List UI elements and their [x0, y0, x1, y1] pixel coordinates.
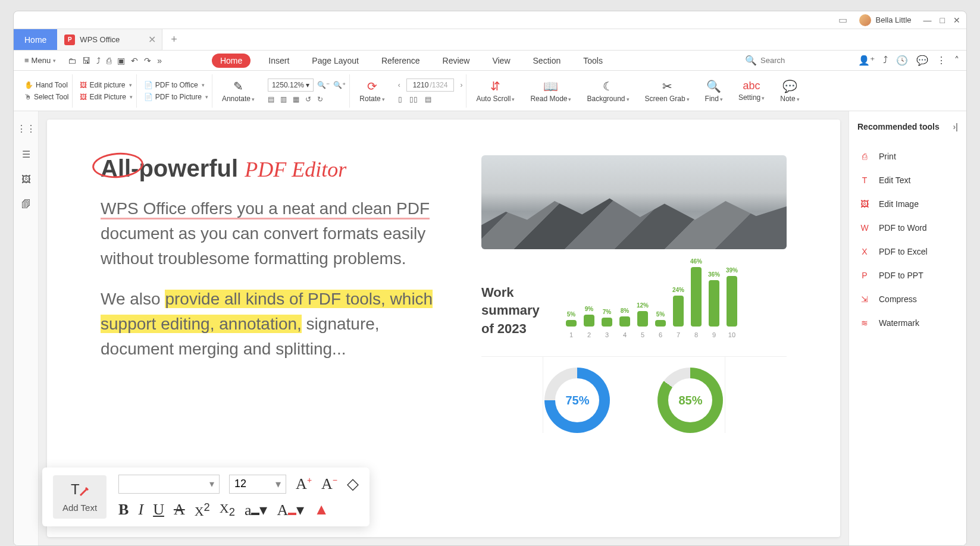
- rp-item-watermark[interactable]: ≋Watermark: [857, 311, 958, 335]
- tab-add-button[interactable]: +: [162, 33, 186, 46]
- page-input[interactable]: 1210/1324: [406, 79, 455, 92]
- read-mode-button[interactable]: 📖Read Mode: [524, 79, 577, 103]
- add-user-icon[interactable]: 👤⁺: [858, 55, 875, 66]
- actual-size-icon[interactable]: ▦: [293, 95, 299, 103]
- select-tool-button[interactable]: 🖱Select Tool: [24, 93, 68, 101]
- export-icon[interactable]: ⤴: [96, 56, 101, 65]
- ribbon-tab-section[interactable]: Section: [528, 54, 566, 68]
- donut-75: 75%: [544, 368, 610, 433]
- outline-icon[interactable]: ☰: [22, 149, 30, 160]
- auto-scroll-button[interactable]: ⇵Auto Scroll: [470, 79, 521, 103]
- two-page-icon[interactable]: ▯▯: [409, 95, 418, 103]
- floating-text-toolbar[interactable]: T Add Text ▾ 12▾ A+ A− ◇ B I U A X2 X2 a…: [42, 467, 370, 526]
- next-page-icon[interactable]: ›: [460, 81, 462, 89]
- more-icon[interactable]: ⋮: [937, 55, 946, 66]
- maximize-icon[interactable]: □: [940, 15, 945, 25]
- fit-page-icon[interactable]: ▤: [268, 95, 274, 103]
- fit-width-icon[interactable]: ▥: [280, 95, 287, 103]
- pdf-to-office-button[interactable]: 📄PDF to Office: [144, 81, 205, 89]
- screen-grab-button[interactable]: ✂Screen Grab: [639, 79, 696, 103]
- search-input[interactable]: [760, 56, 844, 65]
- font-size-select[interactable]: 12▾: [229, 475, 286, 494]
- rp-item-edit-text[interactable]: TEdit Text: [857, 168, 958, 192]
- highlight-color-icon[interactable]: a▾: [245, 501, 268, 519]
- rp-item-edit-image[interactable]: 🖼Edit Image: [857, 192, 958, 216]
- rail-handle-icon[interactable]: ⋮⋮: [17, 123, 36, 134]
- rp-item-pdf-to-word[interactable]: WPDF to Word: [857, 216, 958, 240]
- ribbon-tabs: Home Insert Page Layout Reference Review…: [212, 54, 608, 68]
- zoom-in-icon[interactable]: 🔍⁺: [333, 81, 346, 89]
- pdf-icon: P: [64, 34, 75, 45]
- open-icon[interactable]: 🗀: [68, 56, 76, 65]
- share-icon[interactable]: ⤴: [883, 55, 888, 66]
- eraser-icon[interactable]: ◇: [347, 475, 359, 493]
- setting-button[interactable]: abcSetting: [732, 80, 771, 102]
- annotate-button[interactable]: ✎ Annotate: [216, 79, 261, 103]
- rp-item-pdf-to-excel[interactable]: XPDF to Excel: [857, 240, 958, 263]
- redo-icon[interactable]: ↷: [144, 56, 151, 65]
- edit-picture-button[interactable]: 🖼Edit picture: [80, 81, 131, 89]
- save-icon[interactable]: 🖫: [82, 56, 90, 65]
- work-summary-row: Work summary of 2023 5%19%27%38%412%55%6…: [481, 261, 787, 338]
- decrease-font-icon[interactable]: A−: [321, 475, 337, 493]
- hand-tool-button[interactable]: ✋Hand Tool: [24, 81, 68, 89]
- superscript-icon[interactable]: X2: [195, 501, 210, 519]
- preview-icon[interactable]: ▣: [117, 56, 125, 65]
- undo-icon[interactable]: ↶: [131, 56, 138, 65]
- rp-item-compress[interactable]: ⇲Compress: [857, 287, 958, 311]
- menu-button[interactable]: ≡ Menu ▾: [21, 54, 60, 67]
- find-button[interactable]: 🔍Find: [699, 79, 729, 103]
- font-family-select[interactable]: ▾: [118, 475, 220, 494]
- thumbnails-icon[interactable]: 🖼: [21, 174, 31, 185]
- ribbon-tab-review[interactable]: Review: [438, 54, 475, 68]
- ribbon-tab-page-layout[interactable]: Page Layout: [307, 54, 364, 68]
- tablet-mode-icon[interactable]: ▭: [838, 14, 847, 26]
- panel-collapse-icon[interactable]: ›|: [953, 122, 958, 131]
- background-button[interactable]: ☾Background: [581, 79, 635, 103]
- collapse-ribbon-icon[interactable]: ˄: [954, 55, 959, 66]
- background-icon: ☾: [603, 79, 613, 93]
- tab-home[interactable]: Home: [14, 29, 57, 50]
- rotate-left-icon[interactable]: ↺: [305, 95, 311, 103]
- search-icon: 🔍: [745, 55, 757, 66]
- fill-color-icon[interactable]: ▲: [314, 501, 329, 519]
- bold-icon[interactable]: B: [118, 501, 129, 519]
- chat-icon[interactable]: 💬: [916, 55, 928, 66]
- prev-page-icon[interactable]: ‹: [398, 81, 400, 89]
- tab-close-icon[interactable]: ✕: [148, 34, 156, 45]
- zoom-value[interactable]: 1250.12% ▾: [268, 79, 314, 92]
- attachments-icon[interactable]: 🗐: [21, 199, 31, 210]
- continuous-icon[interactable]: ▤: [425, 95, 431, 103]
- close-icon[interactable]: ✕: [953, 15, 960, 25]
- subscript-icon[interactable]: X2: [220, 501, 235, 519]
- add-text-button[interactable]: T Add Text: [53, 475, 107, 519]
- edit-picture-2-button[interactable]: 🖼Edit Picture: [80, 93, 132, 101]
- rp-item-pdf-to-ppt[interactable]: PPDF to PPT: [857, 263, 958, 287]
- rotate-right-icon[interactable]: ↻: [317, 95, 323, 103]
- single-page-icon[interactable]: ▯: [398, 95, 402, 103]
- ribbon-tab-view[interactable]: View: [487, 54, 515, 68]
- history-icon[interactable]: 🕓: [896, 55, 908, 66]
- ribbon-tab-tools[interactable]: Tools: [578, 54, 608, 68]
- page-left-column: All-powerful PDF Editor WPS Office offer…: [101, 155, 452, 501]
- tab-document[interactable]: P WPS Office ✕: [57, 29, 162, 50]
- note-button[interactable]: 💬Note: [774, 79, 805, 103]
- minimize-icon[interactable]: —: [923, 15, 932, 25]
- ribbon-tab-reference[interactable]: Reference: [377, 54, 425, 68]
- strikethrough-icon[interactable]: A: [174, 501, 185, 519]
- user-area[interactable]: Bella Little: [859, 14, 912, 26]
- search-area[interactable]: 🔍: [745, 55, 844, 66]
- more-qat-icon[interactable]: »: [157, 56, 162, 65]
- ribbon-tab-insert[interactable]: Insert: [264, 54, 294, 68]
- zoom-out-icon[interactable]: 🔍⁻: [317, 81, 330, 89]
- print-icon[interactable]: ⎙: [107, 56, 111, 65]
- ribbon-tab-home[interactable]: Home: [212, 54, 251, 68]
- text-color-icon[interactable]: A▾: [277, 501, 304, 519]
- rp-icon: T: [859, 174, 871, 186]
- pdf-to-picture-button[interactable]: 📄PDF to Picture: [144, 93, 208, 101]
- underline-icon[interactable]: U: [153, 501, 164, 519]
- italic-icon[interactable]: I: [138, 501, 143, 519]
- rotate-button[interactable]: ⟳ Rotate: [353, 79, 390, 103]
- increase-font-icon[interactable]: A+: [296, 475, 312, 493]
- rp-item-print[interactable]: ⎙Print: [857, 145, 958, 168]
